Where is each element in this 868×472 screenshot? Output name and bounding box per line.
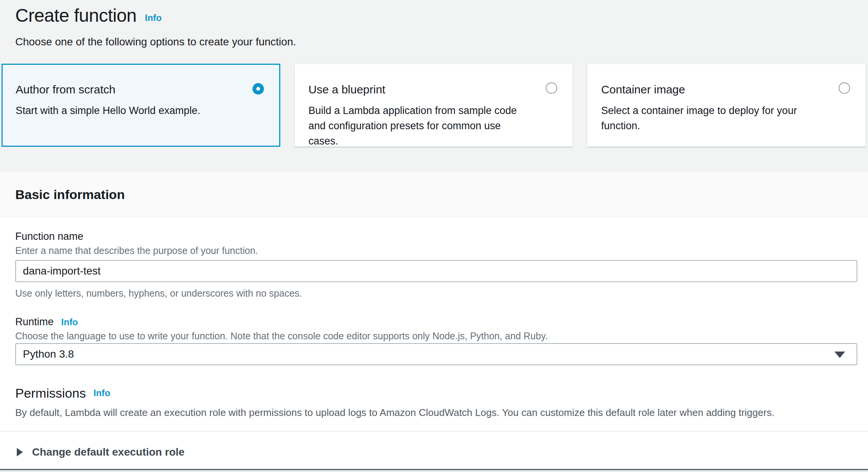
runtime-description: Choose the language to use to write your…: [15, 330, 857, 342]
runtime-info-link[interactable]: Info: [61, 316, 78, 328]
permissions-heading: Permissions: [15, 385, 86, 401]
caret-down-icon: [834, 352, 845, 358]
change-default-execution-role-label: Change default execution role: [32, 446, 185, 458]
option-card-use-a-blueprint[interactable]: Use a blueprint Build a Lambda applicati…: [294, 64, 573, 147]
page-title: Create function: [15, 2, 137, 29]
option-card-container-image[interactable]: Container image Select a container image…: [587, 64, 866, 147]
option-card-description: Select a container image to deploy for y…: [601, 103, 815, 133]
runtime-select[interactable]: Python 3.8: [15, 343, 857, 365]
bottom-strip: [0, 470, 868, 472]
function-name-description: Enter a name that describes the purpose …: [15, 245, 857, 256]
basic-information-header: Basic information: [0, 172, 868, 217]
permissions-info-link[interactable]: Info: [93, 388, 110, 398]
basic-information-panel: Function name Enter a name that describe…: [0, 217, 868, 471]
caret-right-icon: [17, 448, 23, 456]
runtime-label: Runtime: [15, 316, 54, 328]
radio-unselected-icon[interactable]: [839, 82, 850, 94]
create-function-section: Create function Info Choose one of the f…: [0, 0, 868, 172]
radio-selected-icon[interactable]: [252, 83, 264, 95]
permissions-description: By default, Lambda will create an execut…: [15, 406, 857, 419]
change-default-execution-role-toggle[interactable]: Change default execution role: [0, 432, 868, 458]
option-card-author-from-scratch[interactable]: Author from scratch Start with a simple …: [2, 64, 280, 147]
runtime-selected-value: Python 3.8: [23, 348, 74, 360]
title-info-link[interactable]: Info: [145, 8, 162, 23]
function-name-label: Function name: [15, 217, 857, 242]
option-card-title: Container image: [601, 82, 852, 98]
page-title-row: Create function Info: [0, 0, 868, 29]
runtime-label-row: Runtime Info: [15, 316, 857, 328]
option-card-title: Author from scratch: [16, 82, 266, 98]
basic-information-heading: Basic information: [15, 187, 125, 202]
permissions-heading-row: Permissions Info: [15, 385, 857, 401]
option-card-title: Use a blueprint: [309, 82, 559, 98]
option-card-description: Build a Lambda application from sample c…: [309, 103, 522, 149]
creation-option-cards: Author from scratch Start with a simple …: [2, 64, 866, 147]
option-card-description: Start with a simple Hello World example.: [16, 103, 229, 118]
function-name-constraint: Use only letters, numbers, hyphens, or u…: [15, 287, 857, 299]
page-subtitle: Choose one of the following options to c…: [15, 35, 868, 49]
function-name-input[interactable]: [15, 260, 857, 282]
